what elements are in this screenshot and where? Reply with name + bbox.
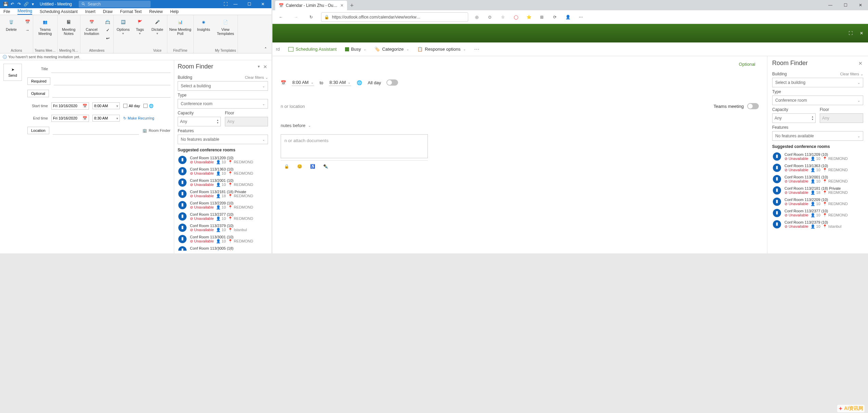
owa-end-time-input[interactable]: 8:30 AM⌄ (329, 79, 352, 86)
categorize-button[interactable]: 🏷️ Categorize⌄ (374, 47, 409, 52)
addressbook-icon[interactable]: 📇 (104, 18, 112, 25)
tab-close-icon[interactable]: ✕ (340, 3, 344, 8)
tab-draw[interactable]: Draw (103, 9, 113, 15)
rf-clear-filters[interactable]: Clear filters (245, 75, 264, 79)
send-button[interactable]: ➤ Send (3, 64, 22, 81)
room-item[interactable]: Conf Room 113/2001 (10)⊘ Unavailable👤 10… (772, 174, 863, 185)
attach-icon[interactable]: 🔗 (23, 1, 29, 8)
chevron-down-icon[interactable]: ⌄ (860, 72, 863, 76)
new-tab-button[interactable]: + (347, 1, 357, 10)
maximize-icon[interactable]: ☐ (243, 0, 256, 8)
dictate-button[interactable]: 🎤 Dictate ▾ (149, 17, 166, 35)
room-item[interactable]: Conf Room 113/2377 (10)⊘ Unavailable👤 10… (772, 208, 863, 219)
optional-button[interactable]: Optional (27, 90, 49, 97)
room-item[interactable]: Conf Room 113/3001 (10)⊘ Unavailable👤 10… (178, 234, 268, 245)
room-item[interactable]: Conf Room 113/2379 (10)⊘ Unavailable👤 10… (772, 219, 863, 230)
options-button[interactable]: ↔️ Options ▾ (115, 17, 131, 35)
tab-insert[interactable]: Insert (85, 9, 95, 15)
room-item[interactable]: Conf Room 113/1363 (10)⊘ Unavailable👤 10… (772, 162, 863, 174)
start-date-input[interactable]: Fri 10/16/2020📅 (51, 102, 89, 110)
edge-minimize-icon[interactable]: — (823, 0, 838, 10)
star-icon[interactable]: ☆ (499, 13, 507, 21)
rf-type-select[interactable]: Conference room ⌄ (178, 99, 268, 109)
opera-icon[interactable]: ◯ (512, 13, 520, 21)
edge-maximize-icon[interactable]: ☐ (838, 0, 853, 10)
undo-icon[interactable]: ↶ (9, 1, 16, 8)
check-icon[interactable]: ✓ (104, 27, 112, 34)
new-poll-button[interactable]: 📊 New Meeting Poll (169, 17, 192, 36)
delete-button[interactable]: 🗑️ Delete (1, 17, 21, 32)
collections-icon[interactable]: ⊞ (538, 13, 546, 21)
refresh-icon[interactable]: ↻ (306, 12, 316, 22)
accessibility-icon[interactable]: ♿ (309, 163, 316, 170)
all-day-checkbox[interactable]: All day (123, 104, 140, 108)
room-item[interactable]: Conf Room 113/1363 (10)⊘ Unavailable👤 10… (178, 166, 268, 177)
redo-icon[interactable]: ↷ (16, 1, 23, 8)
tab-file[interactable]: File (3, 9, 10, 15)
room-finder-button[interactable]: 🏢Room Finder (142, 128, 170, 133)
tab-meeting[interactable]: Meeting (17, 9, 32, 15)
dropdown-icon[interactable]: ▾ (29, 1, 36, 8)
rf-features-select[interactable]: No features available ⌄ (178, 135, 268, 144)
owa-body-input[interactable]: n or attach documents (281, 134, 428, 158)
end-date-input[interactable]: Fri 10/16/2020📅 (51, 115, 89, 122)
owa-rf-features-select[interactable]: No features available ⌄ (772, 131, 863, 141)
insights-button[interactable]: ◉ Insights (195, 17, 212, 32)
more-commands-button[interactable]: ⋯ (474, 46, 480, 52)
required-button[interactable]: Required (27, 77, 50, 85)
forward-icon[interactable]: → (291, 12, 301, 22)
browser-tab[interactable]: 📅 Calendar - Limin Zhu - Outlook ✕ (275, 1, 347, 10)
fullscreen-icon[interactable]: ⛶ (222, 1, 229, 8)
view-templates-button[interactable]: 📄 View Templates (215, 17, 236, 36)
location-button[interactable]: Location (27, 127, 49, 134)
owa-rf-building-select[interactable]: Select a building ⌄ (772, 78, 863, 87)
date-icon[interactable]: 📅 (281, 80, 286, 85)
owa-teams-toggle[interactable] (747, 103, 759, 109)
owa-expand-icon[interactable]: ⛶ (847, 29, 854, 37)
room-item[interactable]: Conf Room 113/2209 (10)⊘ Unavailable👤 10… (178, 200, 268, 211)
owa-rf-close-icon[interactable]: ✕ (858, 61, 863, 66)
edge-close-icon[interactable]: ✕ (853, 0, 868, 10)
owa-close-icon[interactable]: ✕ (858, 29, 865, 37)
tracking-icon[interactable]: ⊙ (486, 13, 494, 21)
scheduling-assistant-button[interactable]: Scheduling Assistant (288, 47, 337, 52)
profile-icon[interactable]: 👤 (564, 13, 572, 21)
ribbon-collapse-icon[interactable]: ˄ (265, 47, 270, 52)
tab-format[interactable]: Format Text (120, 9, 142, 15)
menu-icon[interactable]: ⋯ (577, 13, 585, 21)
minimize-icon[interactable]: — (229, 0, 242, 8)
responses-icon[interactable]: ↩ (104, 35, 112, 42)
teams-meeting-button[interactable]: 👥 Teams Meeting (35, 17, 55, 36)
room-item[interactable]: Conf Room 113/2001 (10)⊘ Unavailable👤 10… (178, 177, 268, 188)
emoji-icon[interactable]: 😊 (296, 163, 303, 170)
location-input[interactable] (53, 127, 139, 135)
tab-scheduling[interactable]: Scheduling Assistant (40, 9, 78, 15)
room-item[interactable]: Conf Room 113/3005 (18)⊘ Unavailable👤 18… (178, 245, 268, 251)
save-icon[interactable]: 💾 (2, 1, 9, 8)
tab-help[interactable]: Help (170, 9, 179, 15)
share-icon[interactable]: ⟳ (551, 13, 559, 21)
location-icon[interactable]: ◎ (473, 13, 481, 21)
owa-optional-link[interactable]: Optional (281, 62, 759, 67)
optional-input[interactable] (52, 90, 170, 98)
owa-allday-toggle[interactable] (386, 79, 398, 86)
rf-pin-icon[interactable]: ▾ (258, 64, 260, 70)
room-item[interactable]: Conf Room 113/2181 (18) Private⊘ Unavail… (772, 185, 863, 196)
tags-button[interactable]: 🚩 Tags ▾ (133, 17, 146, 35)
owa-rf-clear[interactable]: Clear filters (840, 72, 859, 76)
room-item[interactable]: Conf Room 113/2379 (10)⊘ Unavailable👤 10… (178, 222, 268, 234)
room-item[interactable]: Conf Room 113/2377 (10)⊘ Unavailable👤 10… (178, 211, 268, 222)
owa-rf-capacity-input[interactable]: Any▴▾ (772, 113, 816, 123)
end-time-input[interactable]: 8:30 AM▾ (92, 115, 120, 122)
calendar-mini-icon[interactable]: 📅 (23, 18, 31, 25)
room-item[interactable]: Conf Room 113/1209 (10)⊘ Unavailable👤 10… (178, 154, 268, 166)
rf-building-select[interactable]: Select a building ⌄ (178, 81, 268, 91)
forward-mini-icon[interactable]: → (23, 27, 31, 34)
room-item[interactable]: Conf Room 113/2209 (10)⊘ Unavailable👤 10… (772, 196, 863, 208)
start-time-input[interactable]: 8:00 AM▾ (92, 102, 120, 109)
cancel-invitation-button[interactable]: 📅 Cancel Invitation (82, 17, 102, 36)
busy-button[interactable]: Busy⌄ (345, 47, 367, 52)
room-item[interactable]: Conf Room 113/1209 (10)⊘ Unavailable👤 10… (772, 151, 863, 162)
chevron-down-icon[interactable]: ⌄ (265, 76, 268, 79)
rf-capacity-input[interactable]: Any▴▾ (178, 117, 221, 126)
